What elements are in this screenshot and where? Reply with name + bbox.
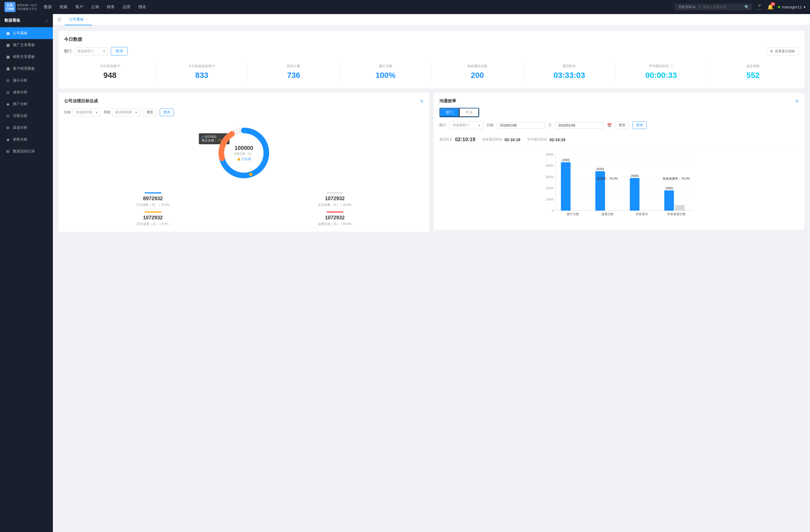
donut-chart-area: ● 1072932 所占比例： 70.9% — [64, 116, 424, 189]
svg-text:0: 0 — [552, 209, 553, 212]
sidebar-label-6: 推广分析 — [13, 101, 28, 106]
target-select[interactable]: 请选择目标 ▾ — [72, 108, 101, 116]
svg-rect-29 — [675, 205, 684, 211]
stat-first-consult: 今日首咨客户 948 — [64, 61, 156, 83]
perf-reset-btn[interactable]: 重置 — [143, 109, 157, 116]
sidebar-item-cost[interactable]: ◎ 成本分析 — [0, 86, 53, 98]
stat-valid-calls: 有效通话次数 200 — [432, 61, 524, 83]
comm-stat-1: 有效通话时长 02:10:19 — [482, 137, 520, 142]
comm-dept-select[interactable]: 请选择部门 ▾ — [450, 121, 483, 129]
nav-leads[interactable]: 线索 — [60, 4, 67, 10]
nav-finance[interactable]: 财务 — [107, 4, 115, 10]
stat-box-lbl-2: 应完成量（元）｜8.9% — [64, 222, 242, 226]
logo-icon: 云朵CRM — [4, 2, 15, 12]
user-dropdown-icon[interactable]: ▾ — [804, 5, 806, 9]
tab-company-board[interactable]: 公司看板 × — [65, 14, 92, 25]
stat-bar-0 — [145, 192, 161, 194]
donut-subtitle: 目标总量（元） — [234, 152, 254, 156]
comm-date-end[interactable] — [555, 122, 603, 129]
stat-dial-count: 拨打次数 100% — [340, 61, 432, 83]
sidebar-item-visitor[interactable]: ⊙ 访客分析 — [0, 110, 53, 122]
period-dropdown-icon: ▾ — [135, 111, 137, 114]
comm-stat-value-2: 02:10:19 — [550, 137, 565, 142]
search-icon[interactable]: 🔍 — [744, 5, 749, 9]
nav-data[interactable]: 数据 — [44, 4, 52, 10]
search-type-select[interactable]: 手机号码 — [677, 5, 696, 9]
svg-text:40000: 40000 — [546, 164, 553, 167]
sidebar-item-client-manager[interactable]: ▣ 客户经理看板 — [0, 63, 53, 74]
settings-label: 设置显示指标 — [775, 49, 795, 54]
today-query-btn[interactable]: 查询 — [111, 47, 128, 55]
svg-text:有效接通率：70.9%: 有效接通率：70.9% — [663, 177, 690, 180]
sidebar-icon-7: ⊙ — [6, 114, 10, 118]
comm-date-start[interactable] — [497, 122, 545, 129]
calendar-icon[interactable]: 📅 — [607, 123, 612, 128]
nav-public-sea[interactable]: 公海 — [91, 4, 99, 10]
comm-card: 沟通效率 ↻ 部门 个人 部门 请选择部门 — [434, 93, 804, 230]
period-select[interactable]: 请选择周期 ▾ — [112, 108, 140, 116]
perf-query-btn[interactable]: 查询 — [160, 109, 174, 116]
comm-tab-personal[interactable]: 个人 — [459, 108, 479, 117]
nav-operations[interactable]: 运营 — [123, 4, 130, 10]
sidebar-collapse-icon[interactable]: ∧ — [46, 18, 48, 23]
svg-text:10000: 10000 — [546, 198, 553, 201]
sidebar-item-promo-analysis[interactable]: ◈ 推广分析 — [0, 98, 53, 110]
sidebar-label-0: 公司看板 — [13, 31, 28, 36]
sidebar-item-channel[interactable]: ⊛ 渠道分析 — [0, 122, 53, 134]
sidebar-item-sales-manager[interactable]: ▣ 销售主管看板 — [0, 51, 53, 63]
comm-reset-btn[interactable]: 重置 — [615, 121, 629, 129]
target-placeholder: 请选择目标 — [76, 110, 93, 115]
sidebar-label-9: 销售分析 — [13, 137, 28, 142]
sidebar-item-funnel[interactable]: ⊘ 漏斗分析 — [0, 74, 53, 86]
sidebar-item-company-board[interactable]: ▣ 公司看板 — [0, 27, 53, 39]
today-data-title: 今日数据 — [64, 36, 799, 43]
tab-label: 公司看板 — [69, 17, 84, 22]
svg-rect-24 — [630, 178, 639, 211]
donut-container: 100000 目标总量（元） 👍 已达成 — [216, 125, 272, 181]
comm-stat-label-2: 平均通话时长 — [527, 137, 547, 142]
settings-btn[interactable]: ⚙ 设置显示指标 — [766, 47, 799, 55]
sidebar-item-data-flow[interactable]: ⊞ 数据流转记录 — [0, 145, 53, 157]
sidebar-label-2: 销售主管看板 — [13, 54, 35, 59]
notification-icon[interactable]: 🔔 5 — [767, 4, 774, 10]
comm-refresh-icon[interactable]: ↻ — [795, 99, 799, 103]
stat-value-7: 552 — [707, 71, 799, 80]
sidebar-item-sales-analysis[interactable]: ◈ 销售分析 — [0, 134, 53, 145]
perf-filters: 目标 请选择目标 ▾ 周期 请选择周期 ▾ — [64, 108, 424, 116]
comm-header: 沟通效率 ↻ — [439, 98, 799, 104]
comm-query-btn[interactable]: 查询 — [633, 121, 647, 129]
nav-customers[interactable]: 客户 — [75, 4, 83, 10]
nav-signup[interactable]: 报名 — [139, 4, 146, 10]
comm-dept-placeholder: 请选择部门 — [453, 123, 469, 128]
mobile-icon[interactable]: 📱 — [757, 4, 763, 10]
sidebar-icon-2: ▣ — [6, 54, 10, 59]
stats-row: 今日首咨客户 948 今日有效首咨客户 833 回访人数 736 拨打次数 10… — [64, 61, 799, 83]
username: manager11 — [782, 5, 802, 9]
comm-filter-row: 部门 请选择部门 ▾ 日期 至 📅 重置 查询 — [439, 121, 799, 129]
comm-dept-label: 部门 — [439, 123, 446, 128]
svg-text:18000: 18000 — [665, 187, 673, 190]
dept-select[interactable]: 请选择部门 ▾ — [74, 47, 108, 55]
stat-box-val-0: 8972932 — [64, 196, 242, 202]
comm-title: 沟通效率 — [439, 98, 456, 104]
sidebar-item-promo-manager[interactable]: ▣ 推广主管看板 — [0, 39, 53, 51]
comm-tab-dept[interactable]: 部门 — [440, 108, 459, 117]
sidebar-label-10: 数据流转记录 — [13, 149, 35, 154]
stat-box-val-2: 1072932 — [64, 215, 242, 221]
search-input[interactable] — [703, 5, 742, 9]
perf-refresh-icon[interactable]: ↻ — [420, 99, 424, 103]
tab-menu-icon[interactable]: ☰ — [58, 17, 61, 22]
comm-tab-group-wrapper: 部门 个人 — [439, 108, 799, 117]
comm-col: 沟通效率 ↻ 部门 个人 部门 请选择部门 — [434, 93, 804, 232]
stat-deal-count: 成交单数 552 — [707, 61, 799, 83]
stat-value-0: 948 — [64, 71, 156, 80]
user-status-dot — [778, 6, 780, 8]
top-nav: 云朵CRM 教育机构一站式招生服务云平台 数据 线索 客户 公海 财务 运营 报… — [0, 0, 810, 14]
tab-bar: ☰ 公司看板 × — [53, 14, 810, 25]
user-info[interactable]: manager11 ▾ — [778, 5, 806, 9]
stat-value-1: 833 — [156, 71, 248, 80]
today-data-card: 今日数据 部门 请选择部门 ▾ 查询 ⚙ 设置显示指标 — [59, 31, 804, 88]
stat-label-6: 平均通话时长 ⓘ — [615, 64, 707, 69]
stat-label-5: 通话时长 — [523, 64, 615, 69]
tab-close-icon[interactable]: × — [85, 18, 87, 21]
